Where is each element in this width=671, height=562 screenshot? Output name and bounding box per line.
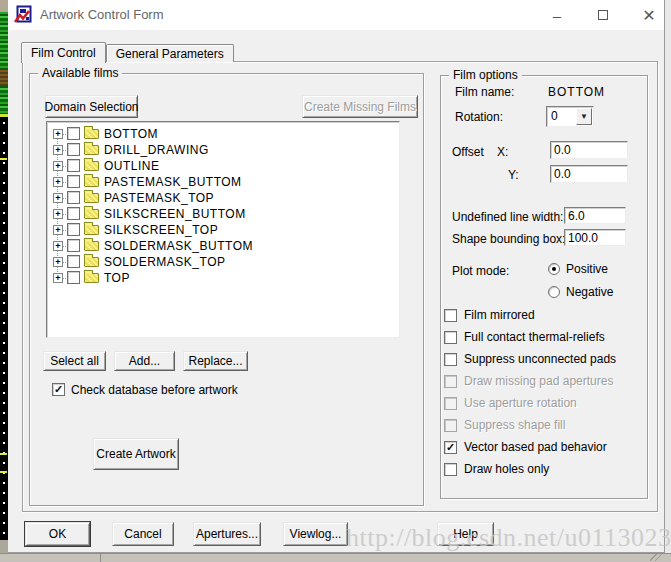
full-contact-thermal-reliefs-label: Full contact thermal-reliefs xyxy=(464,330,605,344)
film-label[interactable]: SOLDERMASK_BUTTOM xyxy=(104,239,253,253)
film-name-value: BOTTOM xyxy=(548,85,605,99)
film-label[interactable]: SILKSCREEN_TOP xyxy=(104,223,218,237)
film-checkbox[interactable] xyxy=(67,191,80,204)
film-label[interactable]: PASTEMASK_BUTTOM xyxy=(104,175,242,189)
chevron-down-icon[interactable]: ▼ xyxy=(576,108,592,125)
folder-icon xyxy=(84,145,99,155)
window-title: Artwork Control Form xyxy=(40,7,164,22)
tree-row[interactable]: + PASTEMASK_BUTTOM xyxy=(47,174,399,190)
film-checkbox[interactable] xyxy=(67,127,80,140)
maximize-button[interactable] xyxy=(586,2,620,28)
offset-x-input[interactable] xyxy=(550,141,628,159)
undefined-line-width-label: Undefined line width: xyxy=(452,210,563,224)
viewlog-button[interactable]: Viewlog... xyxy=(283,522,348,546)
expand-plus-icon[interactable]: + xyxy=(53,241,63,251)
folder-icon xyxy=(84,193,99,203)
domain-selection-button[interactable]: Domain Selection xyxy=(45,95,138,118)
create-artwork-button[interactable]: Create Artwork xyxy=(93,438,179,470)
tree-row[interactable]: + DRILL_DRAWING xyxy=(47,142,399,158)
film-checkbox[interactable] xyxy=(67,159,80,172)
replace-button[interactable]: Replace... xyxy=(183,351,248,371)
tab-film-control[interactable]: Film Control xyxy=(21,42,106,63)
close-button[interactable]: ✕ xyxy=(632,2,666,28)
film-checkbox[interactable] xyxy=(67,239,80,252)
draw-missing-pad-apertures-checkbox xyxy=(444,375,457,388)
tree-row[interactable]: + SOLDERMASK_TOP xyxy=(47,254,399,270)
expand-plus-icon[interactable]: + xyxy=(53,273,63,283)
folder-icon xyxy=(84,129,99,139)
pcb-yellow-trace xyxy=(0,471,7,473)
close-icon: ✕ xyxy=(642,6,655,25)
expand-plus-icon[interactable]: + xyxy=(53,161,63,171)
expand-plus-icon[interactable]: + xyxy=(53,177,63,187)
film-checkbox[interactable] xyxy=(67,223,80,236)
offset-x-label: X: xyxy=(497,145,508,159)
shape-bounding-box-input[interactable] xyxy=(564,229,626,246)
add-button[interactable]: Add... xyxy=(114,351,175,371)
undefined-line-width-input[interactable] xyxy=(564,207,626,224)
folder-icon xyxy=(84,257,99,267)
film-label[interactable]: TOP xyxy=(104,271,130,285)
expand-plus-icon[interactable]: + xyxy=(53,209,63,219)
draw-holes-only-checkbox[interactable] xyxy=(444,463,457,476)
maximize-icon xyxy=(598,10,608,20)
background-bottom-divider xyxy=(100,554,101,562)
help-button[interactable]: Help xyxy=(437,522,494,546)
pcb-yellow-trace xyxy=(0,453,7,455)
apertures-button[interactable]: Apertures... xyxy=(193,522,261,546)
plot-mode-negative-radio[interactable] xyxy=(548,286,560,298)
available-films-group-label: Available films xyxy=(38,66,122,80)
film-name-label: Film name: xyxy=(455,85,514,99)
suppress-unconnected-pads-checkbox[interactable] xyxy=(444,353,457,366)
tree-row[interactable]: + SILKSCREEN_BUTTOM xyxy=(47,206,399,222)
full-contact-thermal-reliefs-checkbox[interactable] xyxy=(444,331,457,344)
resize-grip-icon[interactable] xyxy=(650,554,662,561)
expand-plus-icon[interactable]: + xyxy=(53,193,63,203)
film-label[interactable]: SOLDERMASK_TOP xyxy=(104,255,225,269)
background-layers-sliver xyxy=(0,12,8,116)
film-label[interactable]: PASTEMASK_TOP xyxy=(104,191,214,205)
film-options-group-label: Film options xyxy=(449,68,522,82)
background-bottom-bar xyxy=(0,553,671,562)
background-pcb-canvas xyxy=(0,0,8,562)
film-label[interactable]: SILKSCREEN_BUTTOM xyxy=(104,207,246,221)
plot-mode-negative-label: Negative xyxy=(566,285,613,299)
tree-row[interactable]: + BOTTOM xyxy=(47,126,399,142)
select-all-button[interactable]: Select all xyxy=(43,351,106,371)
film-mirrored-label: Film mirrored xyxy=(464,308,535,322)
films-tree-list[interactable]: + BOTTOM + DRILL_DRAWING + OUTLINE + PAS… xyxy=(46,121,400,338)
tab-general-parameters[interactable]: General Parameters xyxy=(106,44,234,62)
plot-mode-label: Plot mode: xyxy=(452,264,509,278)
film-checkbox[interactable] xyxy=(67,255,80,268)
suppress-unconnected-pads-label: Suppress unconnected pads xyxy=(464,352,616,366)
tree-row[interactable]: + PASTEMASK_TOP xyxy=(47,190,399,206)
film-checkbox[interactable] xyxy=(67,207,80,220)
film-checkbox[interactable] xyxy=(67,143,80,156)
tree-row[interactable]: + OUTLINE xyxy=(47,158,399,174)
ok-button[interactable]: OK xyxy=(25,522,90,546)
film-mirrored-checkbox[interactable] xyxy=(444,309,457,322)
folder-icon xyxy=(84,177,99,187)
rotation-dropdown[interactable]: 0 ▼ xyxy=(546,106,594,127)
check-database-checkbox[interactable] xyxy=(52,383,65,396)
use-aperture-rotation-checkbox xyxy=(444,397,457,410)
titlebar[interactable]: Artwork Control Form – ✕ xyxy=(8,0,664,30)
minimize-button[interactable]: – xyxy=(540,2,574,28)
plot-mode-positive-radio[interactable] xyxy=(548,263,560,275)
film-checkbox[interactable] xyxy=(67,271,80,284)
expand-plus-icon[interactable]: + xyxy=(53,225,63,235)
tree-row[interactable]: + SILKSCREEN_TOP xyxy=(47,222,399,238)
film-label[interactable]: BOTTOM xyxy=(104,127,158,141)
vector-based-pad-behavior-checkbox[interactable] xyxy=(444,441,457,454)
expand-plus-icon[interactable]: + xyxy=(53,129,63,139)
film-label[interactable]: DRILL_DRAWING xyxy=(104,143,209,157)
plot-mode-positive-label: Positive xyxy=(566,262,608,276)
offset-y-input[interactable] xyxy=(550,165,628,183)
expand-plus-icon[interactable]: + xyxy=(53,257,63,267)
tree-row[interactable]: + SOLDERMASK_BUTTOM xyxy=(47,238,399,254)
film-checkbox[interactable] xyxy=(67,175,80,188)
tree-row[interactable]: + TOP xyxy=(47,270,399,286)
cancel-button[interactable]: Cancel xyxy=(112,522,174,546)
film-label[interactable]: OUTLINE xyxy=(104,159,160,173)
expand-plus-icon[interactable]: + xyxy=(53,145,63,155)
